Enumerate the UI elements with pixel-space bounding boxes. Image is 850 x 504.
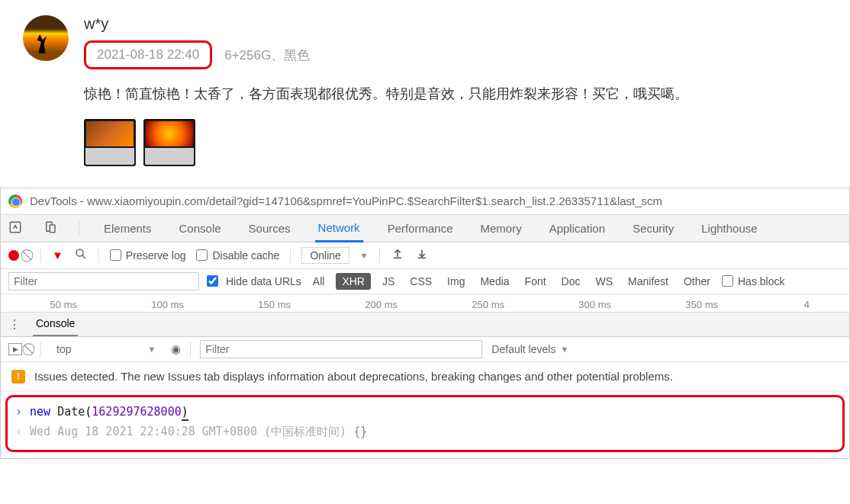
tab-sources[interactable]: Sources xyxy=(246,222,294,235)
console-toolbar: ▶ ⃠ top ▼ ◉ Default levels ▼ xyxy=(1,337,849,362)
svg-point-3 xyxy=(76,249,83,256)
divider xyxy=(40,342,41,357)
chrome-icon xyxy=(8,194,22,208)
log-levels-select[interactable]: Default levels ▼ xyxy=(491,343,568,355)
context-value: top xyxy=(56,343,71,355)
tab-console[interactable]: Console xyxy=(176,222,224,235)
throttling-select[interactable]: Online xyxy=(301,247,349,264)
console-body[interactable]: › new Date(1629297628000) ‹ Wed Aug 18 2… xyxy=(5,395,845,452)
console-result: Wed Aug 18 2021 22:40:28 GMT+0800 (中国标准时… xyxy=(30,425,367,439)
filter-font[interactable]: Font xyxy=(521,274,550,289)
devtools-window: DevTools - www.xiaomiyoupin.com/detail?g… xyxy=(0,188,850,459)
preserve-log-label: Preserve log xyxy=(126,249,186,262)
review-thumbnails xyxy=(84,119,827,166)
inspect-icon[interactable] xyxy=(8,220,22,236)
avatar[interactable] xyxy=(23,15,69,61)
timeline-tick: 300 ms xyxy=(504,299,611,310)
tab-application[interactable]: Application xyxy=(546,222,608,235)
review-body: w*y 2021-08-18 22:40 6+256G、黑色 惊艳！简直惊艳！太… xyxy=(84,15,827,166)
timeline-tick: 200 ms xyxy=(291,299,398,310)
filter-img[interactable]: Img xyxy=(443,274,468,289)
prompt-icon: › xyxy=(15,405,22,419)
filter-js[interactable]: JS xyxy=(378,274,398,289)
log-levels-value: Default levels xyxy=(491,343,555,355)
kebab-menu-icon[interactable]: ⋮ xyxy=(8,317,21,332)
context-select[interactable]: top ▼ xyxy=(50,342,162,357)
search-icon[interactable] xyxy=(74,247,88,263)
devtools-tabs: Elements Console Sources Network Perform… xyxy=(1,215,849,242)
device-toggle-icon[interactable] xyxy=(43,220,57,236)
divider xyxy=(79,220,79,236)
drawer-tabs: ⋮ Console xyxy=(1,313,849,337)
console-input: new Date(1629297628000) xyxy=(30,405,188,419)
devtools-title: DevTools - www.xiaomiyoupin.com/detail?g… xyxy=(30,194,662,207)
issues-icon: ! xyxy=(11,370,25,384)
filter-xhr[interactable]: XHR xyxy=(336,273,371,290)
filter-manifest[interactable]: Manifest xyxy=(624,274,672,289)
throttling-value: Online xyxy=(310,249,340,262)
issues-text: Issues detected. The new Issues tab disp… xyxy=(34,370,673,383)
filter-ws[interactable]: WS xyxy=(592,274,617,289)
has-blocked-label: Has block xyxy=(738,275,784,287)
divider xyxy=(190,342,191,357)
has-blocked-input[interactable] xyxy=(722,275,733,287)
divider xyxy=(290,248,291,263)
tab-elements[interactable]: Elements xyxy=(101,222,155,235)
timeline-tick: 4 xyxy=(718,299,810,310)
download-icon[interactable] xyxy=(415,247,429,263)
tab-memory[interactable]: Memory xyxy=(478,222,525,235)
review-meta: 2021-08-18 22:40 6+256G、黑色 xyxy=(84,40,827,69)
console-result-line: ‹ Wed Aug 18 2021 22:40:28 GMT+0800 (中国标… xyxy=(15,422,835,442)
preserve-log-checkbox[interactable]: Preserve log xyxy=(110,249,186,262)
devtools-title-bar: DevTools - www.xiaomiyoupin.com/detail?g… xyxy=(1,188,849,215)
hide-data-urls-checkbox[interactable] xyxy=(207,275,218,287)
filter-css[interactable]: CSS xyxy=(406,274,436,289)
disable-cache-label: Disable cache xyxy=(212,249,279,262)
filter-all[interactable]: All xyxy=(309,274,329,289)
svg-line-4 xyxy=(82,256,85,259)
record-button[interactable] xyxy=(8,250,19,261)
has-blocked-checkbox[interactable]: Has block xyxy=(722,275,784,287)
preserve-log-input[interactable] xyxy=(110,249,121,261)
upload-icon[interactable] xyxy=(391,247,404,263)
issues-banner[interactable]: ! Issues detected. The new Issues tab di… xyxy=(1,362,849,392)
divider xyxy=(98,248,99,263)
svg-rect-2 xyxy=(50,225,55,233)
chevron-down-icon: ▼ xyxy=(147,345,156,354)
console-input-line[interactable]: › new Date(1629297628000) xyxy=(15,402,835,422)
live-expression-icon[interactable]: ◉ xyxy=(171,342,181,356)
network-toolbar: ⃠ ▼ Preserve log Disable cache Online ▼ xyxy=(1,242,849,269)
hide-data-urls-label: Hide data URLs xyxy=(226,275,301,287)
svg-rect-0 xyxy=(10,222,21,233)
filter-input[interactable] xyxy=(8,272,199,291)
tab-performance[interactable]: Performance xyxy=(385,222,456,235)
timeline-tick: 150 ms xyxy=(184,299,291,310)
review-spec: 6+256G、黑色 xyxy=(224,47,310,64)
filter-other[interactable]: Other xyxy=(680,274,714,289)
show-sidebar-icon[interactable]: ▶ xyxy=(8,343,22,355)
review-thumbnail[interactable] xyxy=(84,119,136,166)
tab-security[interactable]: Security xyxy=(629,222,677,235)
product-review: w*y 2021-08-18 22:40 6+256G、黑色 惊艳！简直惊艳！太… xyxy=(0,0,850,181)
tab-lighthouse[interactable]: Lighthouse xyxy=(698,222,760,235)
review-thumbnail[interactable] xyxy=(143,119,195,166)
filter-icon[interactable]: ▼ xyxy=(52,249,63,262)
review-text: 惊艳！简直惊艳！太香了，各方面表现都很优秀。特别是音效，只能用炸裂来形容！买它，… xyxy=(84,83,827,105)
network-timeline[interactable]: 50 ms 100 ms 150 ms 200 ms 250 ms 300 ms… xyxy=(1,294,849,313)
divider xyxy=(40,248,41,263)
review-timestamp: 2021-08-18 22:40 xyxy=(84,40,212,69)
chevron-down-icon[interactable]: ▼ xyxy=(360,251,369,260)
reviewer-name: w*y xyxy=(84,15,827,33)
timeline-tick: 350 ms xyxy=(611,299,718,310)
disable-cache-input[interactable] xyxy=(196,249,208,261)
filter-doc[interactable]: Doc xyxy=(558,274,584,289)
timeline-tick: 250 ms xyxy=(398,299,504,310)
console-filter-input[interactable] xyxy=(200,340,482,358)
drawer-tab-console[interactable]: Console xyxy=(33,312,78,336)
disable-cache-checkbox[interactable]: Disable cache xyxy=(196,249,279,262)
tab-network[interactable]: Network xyxy=(315,215,363,242)
filter-media[interactable]: Media xyxy=(476,274,513,289)
timeline-tick: 50 ms xyxy=(1,299,77,310)
network-filter-row: Hide data URLs All XHR JS CSS Img Media … xyxy=(1,269,849,294)
timeline-tick: 100 ms xyxy=(77,299,184,310)
